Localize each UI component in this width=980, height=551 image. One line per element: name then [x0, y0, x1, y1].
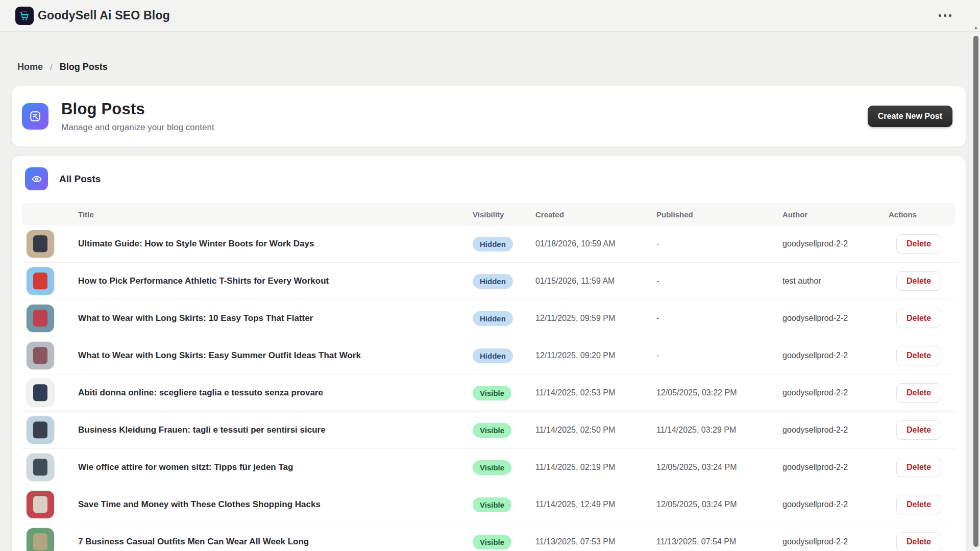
delete-button[interactable]: Delete [896, 458, 941, 477]
actions-cell: Delete [889, 309, 955, 328]
created-cell: 12/11/2025, 09:59 PM [535, 314, 656, 323]
actions-cell: Delete [889, 532, 955, 551]
eye-icon [25, 167, 48, 190]
visibility-cell: Visible [473, 386, 535, 400]
published-cell: - [656, 351, 782, 360]
post-thumbnail [26, 379, 55, 407]
visibility-cell: Visible [473, 497, 535, 512]
published-date: 11/14/2025, 03:29 PM [656, 425, 736, 434]
visibility-cell: Visible [473, 460, 535, 475]
post-title[interactable]: 7 Business Casual Outfits Men Can Wear A… [78, 537, 309, 547]
post-title[interactable]: What to Wear with Long Skirts: Easy Summ… [78, 350, 361, 361]
author-name: test author [782, 277, 821, 285]
published-cell: - [656, 239, 782, 248]
column-header-actions: Actions [889, 210, 955, 219]
published-cell: - [656, 314, 782, 323]
post-title[interactable]: What to Wear with Long Skirts: 10 Easy T… [78, 313, 313, 323]
create-new-post-button[interactable]: Create New Post [868, 106, 952, 127]
created-date: 11/14/2025, 02:50 PM [535, 425, 615, 434]
author-cell: goodysellprod-2-2 [782, 425, 889, 435]
published-date: - [656, 314, 659, 322]
vertical-scrollbar[interactable]: ▲ [972, 32, 980, 551]
author-cell: goodysellprod-2-2 [782, 388, 889, 397]
visibility-cell: Hidden [473, 274, 535, 289]
created-cell: 11/14/2025, 02:50 PM [535, 425, 656, 435]
actions-cell: Delete [889, 271, 955, 291]
post-title[interactable]: Save Time and Money with These Clothes S… [78, 499, 321, 510]
post-title[interactable]: Wie office attire for women sitzt: Tipps… [78, 462, 293, 472]
published-date: - [656, 277, 659, 285]
author-name: goodysellprod-2-2 [782, 239, 848, 248]
created-date: 12/11/2025, 09:20 PM [535, 351, 615, 360]
breadcrumb-separator: / [50, 62, 53, 72]
post-thumbnail [26, 416, 55, 444]
breadcrumb: Home / Blog Posts [17, 62, 108, 72]
actions-cell: Delete [889, 383, 955, 403]
title-cell: Business Kleidung Frauen: tagli e tessut… [22, 416, 473, 444]
breadcrumb-home-link[interactable]: Home [17, 62, 43, 72]
post-title[interactable]: How to Pick Performance Athletic T-Shirt… [78, 276, 329, 286]
visibility-badge: Hidden [473, 311, 513, 326]
delete-button[interactable]: Delete [896, 383, 941, 403]
title-cell: What to Wear with Long Skirts: Easy Summ… [22, 341, 473, 370]
published-cell: - [656, 277, 782, 286]
created-cell: 01/18/2026, 10:59 AM [535, 239, 656, 248]
page-header-text: Blog Posts Manage and organize your blog… [61, 100, 214, 133]
created-cell: 11/14/2025, 02:53 PM [535, 388, 656, 397]
author-cell: goodysellprod-2-2 [782, 500, 889, 509]
title-cell: 7 Business Casual Outfits Men Can Wear A… [22, 528, 473, 551]
post-thumbnail [26, 341, 55, 370]
scrollbar-up-arrow-icon[interactable]: ▲ [974, 26, 978, 30]
created-date: 11/13/2025, 07:53 PM [535, 537, 615, 546]
visibility-badge: Visible [473, 423, 511, 438]
overflow-menu-icon[interactable] [935, 10, 955, 21]
title-cell: Ultimate Guide: How to Style Winter Boot… [22, 230, 473, 258]
author-name: goodysellprod-2-2 [782, 388, 848, 397]
visibility-badge: Hidden [473, 237, 513, 252]
created-cell: 01/15/2026, 11:59 AM [535, 277, 656, 286]
column-header-author: Author [782, 210, 889, 219]
post-thumbnail [26, 230, 55, 258]
author-name: goodysellprod-2-2 [782, 463, 848, 471]
post-title[interactable]: Ultimate Guide: How to Style Winter Boot… [78, 239, 314, 249]
delete-button[interactable]: Delete [896, 495, 941, 514]
actions-cell: Delete [889, 420, 955, 440]
posts-table: Title Visibility Created Published Autho… [22, 203, 955, 551]
table-header-row: Title Visibility Created Published Autho… [22, 203, 955, 226]
delete-button[interactable]: Delete [896, 532, 941, 551]
table-row: Business Kleidung Frauen: tagli e tessut… [22, 412, 955, 449]
column-header-created: Created [535, 210, 656, 219]
created-date: 01/15/2026, 11:59 AM [535, 277, 615, 285]
author-cell: goodysellprod-2-2 [782, 351, 889, 360]
post-title[interactable]: Abiti donna online: scegliere taglia e t… [78, 388, 323, 398]
post-thumbnail [26, 304, 55, 333]
created-date: 12/11/2025, 09:59 PM [535, 314, 615, 322]
created-cell: 11/14/2025, 12:49 PM [535, 500, 656, 509]
author-cell: goodysellprod-2-2 [782, 314, 889, 323]
title-cell: Wie office attire for women sitzt: Tipps… [22, 453, 473, 482]
created-date: 11/14/2025, 12:49 PM [535, 500, 615, 509]
app-header: GoodySell Ai SEO Blog [0, 0, 980, 32]
author-cell: goodysellprod-2-2 [782, 463, 889, 472]
published-date: 12/05/2025, 03:24 PM [656, 463, 737, 471]
author-name: goodysellprod-2-2 [782, 314, 848, 322]
delete-button[interactable]: Delete [896, 309, 941, 328]
delete-button[interactable]: Delete [896, 420, 941, 440]
post-title[interactable]: Business Kleidung Frauen: tagli e tessut… [78, 425, 326, 435]
delete-button[interactable]: Delete [896, 271, 941, 291]
created-date: 11/14/2025, 02:19 PM [535, 463, 615, 471]
published-cell: 11/14/2025, 03:29 PM [656, 425, 782, 435]
delete-button[interactable]: Delete [896, 346, 941, 365]
visibility-cell: Hidden [473, 311, 535, 326]
published-date: 12/05/2025, 03:24 PM [656, 500, 737, 509]
visibility-cell: Hidden [473, 348, 535, 363]
scrollbar-thumb[interactable] [973, 36, 978, 547]
visibility-badge: Visible [473, 386, 511, 400]
created-date: 01/18/2026, 10:59 AM [535, 239, 616, 248]
delete-button[interactable]: Delete [896, 234, 941, 254]
created-cell: 11/13/2025, 07:53 PM [535, 537, 656, 546]
page-subtitle: Manage and organize your blog content [61, 122, 214, 133]
visibility-badge: Visible [473, 460, 511, 475]
author-cell: test author [782, 277, 889, 286]
app-logo-icon [15, 7, 34, 25]
